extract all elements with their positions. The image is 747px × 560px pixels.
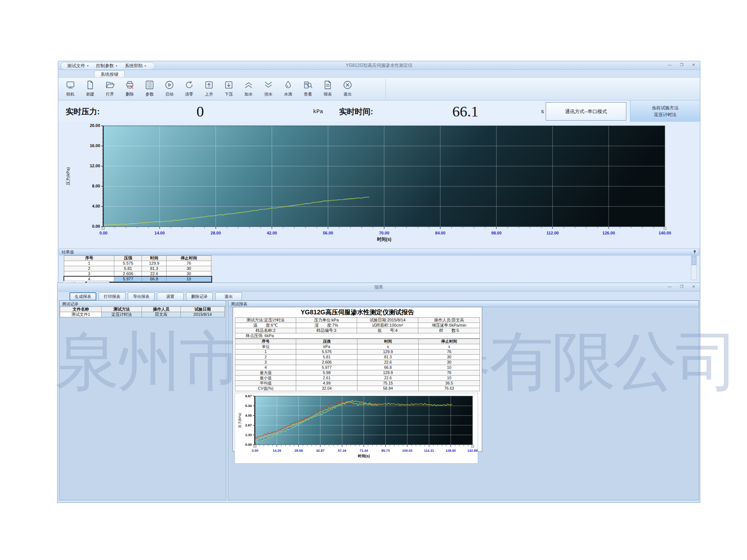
pin-icon[interactable] [693,250,697,255]
table-cell: 22.6 [357,376,419,381]
exit-report-button[interactable]: 退出 [215,292,242,301]
generate-report-button[interactable]: 生成报表 [69,292,96,301]
current-method-button[interactable]: 当前试验方法 定压计时法 [630,100,700,122]
press-down-button[interactable]: 下压 [219,78,239,97]
settings-button[interactable]: 设置 [157,292,184,301]
table-cell: 30 [167,271,211,277]
tool-button-label: 退出 [344,91,352,97]
main-window: 测试文件▾控制参数▾系统帮助▾ YG812G型高压伺服渗水性测定仪 —❐✕ 系统… [58,61,700,283]
table-cell: 2.606 [114,271,142,277]
report-data-row[interactable]: 32.60622.630 [235,360,480,365]
new-file-button[interactable]: 新建 [80,78,100,97]
svg-text:100.02: 100.02 [402,449,413,452]
table-cell: 4 [235,365,296,370]
report-page: YG812G高压伺服渗水性测定仪测试报告 测试方法:定压计时法压力单位:kPa试… [233,307,482,452]
pressure-time-chart: 0.004.008.0012.0016.0020.000.0014.0028.0… [58,122,700,249]
pressure-label: 实时压力: [66,106,100,117]
tool-button-label: 参数 [146,91,154,97]
report-data-table: 序号压强时间停止时间单位kPass15.575129.97625.8181.33… [235,339,480,391]
report-data-row[interactable]: 最大值5.98129.976 [235,370,480,376]
table-cell: s [419,344,480,349]
pressure-value: 0 [170,103,230,120]
tool-button-label: 上升 [205,91,213,97]
table-cell: 66.8 [357,365,419,370]
column-header: 测试方法 [102,307,142,312]
minimize-button[interactable]: — [666,284,673,289]
ribbon-tab-row: 系统按键 [58,70,700,77]
test-records-table[interactable]: 文件名称测试方法操作人员试验日期测试文件1定压计时法田文高2015/8/14 [60,307,225,317]
table-row[interactable]: 32.60622.630 [64,271,211,277]
maximize-button[interactable]: ❐ [678,62,685,68]
delete-record-button[interactable]: 删除记录 [186,292,213,301]
tool-button-label: 联机 [66,91,75,97]
svg-text:4.00: 4.00 [245,414,252,417]
table-cell: 5.98 [296,370,357,376]
results-scrollbar[interactable] [691,255,697,280]
table-cell: 最小值 [235,376,296,381]
report-window: 报表 —❐✕ 生成报表打印报表导出报表设置删除记录退出 泉州市美邦仪器有限公司 … [57,283,700,503]
svg-text:0.00: 0.00 [252,449,258,452]
start-button[interactable]: 启动 [159,78,179,97]
table-cell: s [357,344,419,349]
tab-system-keys[interactable]: 系统按键 [94,71,125,78]
view-button[interactable]: 查看 [298,78,318,97]
open-file-button[interactable]: 打开 [100,78,120,97]
close-button[interactable]: ✕ [690,62,697,68]
table-row[interactable]: 25.8181.330 [64,266,211,271]
export-report-button[interactable]: 导出报表 [128,292,155,301]
report-chart-area: 0.001.332.674.005.346.670.0014.2928.5842… [235,393,478,464]
svg-text:128.60: 128.60 [446,449,456,452]
svg-text:0.00: 0.00 [245,443,252,447]
column-header: 试验日期 [181,307,225,312]
maximize-button[interactable]: ❐ [678,284,685,289]
records-panel: 测试记录 文件名称测试方法操作人员试验日期测试文件1定压计时法田文高2015/8… [59,300,226,500]
svg-text:70.00: 70.00 [379,231,390,235]
report-data-row[interactable]: 15.575129.976 [235,349,480,355]
svg-text:112.00: 112.00 [546,231,559,235]
info-cell: 试样面积:100cm² [357,323,418,328]
report-window-title: 报表 [58,284,700,290]
svg-text:98.00: 98.00 [491,231,502,235]
results-panel-header: 结果值 [59,249,699,255]
comm-mode-button[interactable]: 通讯方式--串口模式 [546,102,626,121]
report-button[interactable]: 报表 [318,78,338,97]
svg-text:压力(kPa): 压力(kPa) [238,413,242,428]
results-table[interactable]: 序号压强时间停止时间15.575129.97625.8181.33032.606… [64,255,211,282]
delete-icon [125,80,135,91]
clear-zero-button[interactable]: 清零 [179,78,199,97]
table-header-row: 序号压强时间停止时间 [64,256,211,261]
time-unit: s [541,109,544,115]
time-label: 实时时间: [339,106,373,117]
scrollbar-thumb[interactable] [692,256,696,265]
drain-water-button[interactable]: 排水 [258,78,278,97]
table-row[interactable]: 15.575129.976 [64,261,211,266]
tool-button-label: 报表 [324,91,332,97]
column-header: 文件名称 [60,307,102,312]
report-data-row[interactable]: 平均值4.9975.1536.5 [235,381,480,386]
svg-text:6.67: 6.67 [245,394,252,398]
table-cell: 平均值 [235,381,296,386]
print-report-button[interactable]: 打印报表 [99,292,125,301]
rise-button[interactable]: 上升 [199,78,219,97]
close-button[interactable]: ✕ [690,284,697,289]
report-data-row[interactable]: 最小值2.6122.610 [235,376,480,381]
report-data-row[interactable]: 45.97766.810 [235,365,480,370]
water-drop-button[interactable]: 水滴 [278,78,298,97]
minimize-button[interactable]: — [666,62,673,68]
report-data-row[interactable]: CV值(%)32.0458.8476.63 [235,386,480,391]
report-data-row[interactable]: 单位kPass [235,344,480,349]
connect-button[interactable]: 联机 [61,78,80,97]
add-water-button[interactable]: 加水 [239,78,258,97]
report-data-row[interactable]: 25.8181.330 [235,355,480,360]
exit-button[interactable]: 退出 [338,78,357,97]
results-panel: 结果值 序号压强时间停止时间15.575129.97625.8181.33032… [59,249,699,283]
info-cell: 批 号:4 [357,328,418,333]
report-icon [323,80,333,91]
delete-button[interactable]: 删除 [120,78,140,97]
record-row[interactable]: 测试文件1定压计时法田文高2015/8/14 [60,312,225,317]
new-file-icon [85,80,95,91]
table-cell: 10 [419,365,480,370]
table-cell: 1 [64,261,114,266]
params-button[interactable]: 参数 [140,78,159,97]
method-line1: 当前试验方法 [652,105,679,111]
